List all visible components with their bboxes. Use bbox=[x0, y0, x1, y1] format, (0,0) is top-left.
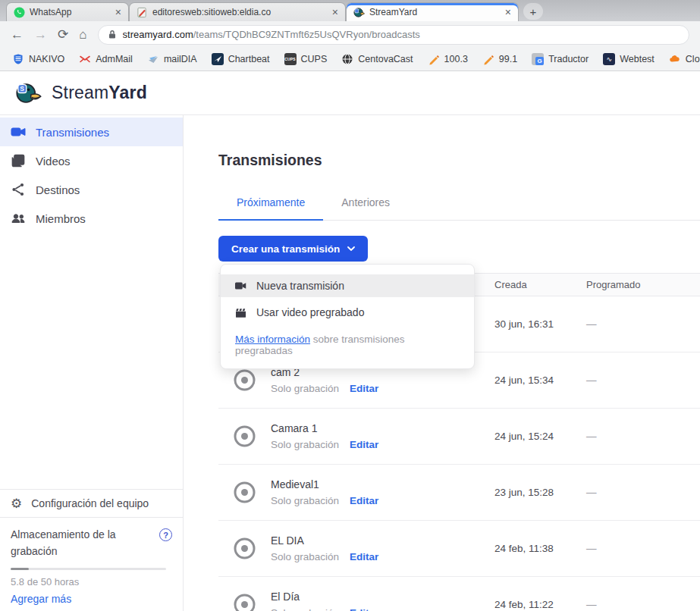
chevron-down-icon bbox=[347, 246, 355, 251]
bookmark-nakivo[interactable]: NAKIVO bbox=[12, 53, 64, 65]
row-scheduled: — bbox=[586, 374, 700, 386]
record-icon bbox=[233, 368, 256, 392]
table-row[interactable]: EL DIA Solo grabaciónEditar 24 feb, 11:3… bbox=[218, 521, 700, 577]
clapperboard-icon bbox=[235, 308, 246, 318]
cloud-icon bbox=[669, 53, 681, 65]
main-content: Transmisiones Próximamente Anteriores Cr… bbox=[184, 115, 700, 611]
add-more-link[interactable]: Agregar más bbox=[11, 593, 172, 605]
row-title: Medieval1 bbox=[271, 478, 378, 490]
edit-link[interactable]: Editar bbox=[350, 495, 378, 506]
menu-item-label: Usar video pregrabado bbox=[256, 306, 364, 318]
row-subtitle: Solo grabación bbox=[271, 495, 339, 506]
bookmark-radio-99-1[interactable]: 99.1 bbox=[482, 53, 517, 65]
row-created: 24 feb, 11:22 bbox=[494, 599, 586, 610]
sidebar-item-miembros[interactable]: Miembros bbox=[0, 204, 183, 233]
sidebar-item-label: Miembros bbox=[36, 212, 86, 225]
browser-tab-editoresweb[interactable]: editoresweb:sitioweb:eldia.co × bbox=[129, 2, 346, 21]
browser-tab-strip: WhatsApp × editoresweb:sitioweb:eldia.co… bbox=[0, 0, 700, 21]
row-scheduled: — bbox=[586, 543, 700, 554]
streamyard-logo-duck-icon: S bbox=[15, 79, 44, 108]
bookmark-cloudflare[interactable]: CloudFlare bbox=[669, 53, 700, 65]
streamyard-duck-icon bbox=[353, 7, 365, 18]
row-title: EL DIA bbox=[271, 534, 378, 547]
column-created: Creada bbox=[494, 279, 586, 290]
editor-icon bbox=[137, 7, 148, 18]
record-icon bbox=[233, 537, 256, 560]
new-tab-button[interactable]: + bbox=[523, 3, 543, 20]
browser-tab-streamyard[interactable]: StreamYard × bbox=[346, 2, 519, 21]
row-subtitle: Solo grabación bbox=[271, 439, 339, 450]
row-scheduled: — bbox=[586, 431, 700, 442]
edit-link[interactable]: Editar bbox=[350, 607, 378, 611]
whatsapp-icon bbox=[14, 7, 25, 18]
bookmark-traductor[interactable]: G Traductor bbox=[532, 53, 589, 65]
shield-icon bbox=[12, 53, 24, 65]
bookmark-label: NAKIVO bbox=[29, 54, 64, 64]
bookmark-radio-100-3[interactable]: 100.3 bbox=[428, 53, 468, 65]
record-icon bbox=[233, 481, 256, 504]
table-row[interactable]: El Día Solo grabaciónEditar 24 feb, 11:2… bbox=[218, 577, 700, 611]
row-created: 30 jun, 16:31 bbox=[494, 318, 586, 330]
bookmark-label: mailDIA bbox=[164, 54, 197, 64]
back-icon[interactable]: ← bbox=[11, 28, 24, 41]
team-settings-button[interactable]: ⚙ Configuración del equipo bbox=[0, 489, 183, 517]
address-bar[interactable]: streamyard.com/teams/TQDhBC9ZNTmft6z5UsQ… bbox=[98, 25, 689, 45]
streamyard-wordmark: StreamYard bbox=[52, 83, 147, 103]
bookmark-label: 99.1 bbox=[499, 54, 517, 64]
bookmark-maildia[interactable]: mailDIA bbox=[147, 53, 197, 65]
table-row[interactable]: Medieval1 Solo grabaciónEditar 23 jun, 1… bbox=[218, 465, 700, 521]
close-icon[interactable]: × bbox=[332, 7, 338, 17]
menu-item-usar-video-pregrabado[interactable]: Usar video pregrabado bbox=[221, 301, 474, 324]
wave-icon: ∿ bbox=[603, 53, 615, 65]
bookmark-admmail[interactable]: AdmMail bbox=[79, 53, 133, 65]
printer-icon: CUPS bbox=[284, 53, 297, 65]
create-broadcast-button[interactable]: Crear una transmisión bbox=[218, 236, 368, 262]
bookmark-centovacast[interactable]: CentovaCast bbox=[341, 53, 413, 65]
record-icon bbox=[233, 593, 256, 611]
bookmark-chartbeat[interactable]: Chartbeat bbox=[212, 53, 270, 65]
svg-text:S: S bbox=[20, 85, 24, 92]
record-icon bbox=[233, 425, 256, 448]
storage-title: Almacenamiento de la grabación bbox=[11, 526, 141, 559]
storage-usage: 5.8 de 50 horas bbox=[11, 576, 172, 588]
mail-icon bbox=[79, 53, 91, 65]
home-icon[interactable]: ⌂ bbox=[79, 28, 86, 41]
close-icon[interactable]: × bbox=[505, 7, 511, 17]
storage-panel: Almacenamiento de la grabación ? 5.8 de … bbox=[0, 517, 183, 611]
column-scheduled: Programado bbox=[586, 279, 700, 290]
sidebar-item-transmisiones[interactable]: Transmisiones bbox=[0, 118, 183, 146]
help-icon[interactable]: ? bbox=[159, 528, 172, 541]
edit-link[interactable]: Editar bbox=[350, 383, 378, 394]
edit-link[interactable]: Editar bbox=[350, 551, 378, 562]
sidebar-item-label: Videos bbox=[36, 155, 71, 168]
sidebar: Transmisiones Videos Destinos Miembros ⚙ bbox=[0, 115, 184, 611]
row-subtitle: Solo grabación bbox=[271, 607, 339, 611]
row-scheduled: — bbox=[586, 487, 700, 498]
menu-item-nueva-transmision[interactable]: Nueva transmisión bbox=[221, 274, 474, 297]
tab-anteriores[interactable]: Anteriores bbox=[323, 196, 408, 220]
browser-tab-whatsapp[interactable]: WhatsApp × bbox=[6, 2, 129, 21]
mail-bird-icon bbox=[147, 53, 159, 65]
sidebar-item-videos[interactable]: Videos bbox=[0, 146, 183, 175]
edit-link[interactable]: Editar bbox=[350, 439, 378, 450]
bookmark-webtest[interactable]: ∿ Webtest bbox=[603, 53, 654, 65]
table-row[interactable]: Camara 1 Solo grabaciónEditar 24 jun, 15… bbox=[218, 409, 700, 465]
bookmark-label: CloudFlare bbox=[686, 54, 700, 64]
forward-icon[interactable]: → bbox=[34, 28, 47, 41]
radio-pencil-icon bbox=[428, 53, 440, 65]
bookmark-cups[interactable]: CUPS CUPS bbox=[284, 53, 328, 65]
row-created: 23 jun, 15:28 bbox=[494, 487, 586, 498]
tab-title: StreamYard bbox=[369, 7, 501, 17]
row-subtitle: Solo grabación bbox=[271, 551, 339, 562]
sidebar-item-destinos[interactable]: Destinos bbox=[0, 175, 183, 204]
row-title: Camara 1 bbox=[271, 422, 378, 434]
bookmarks-bar: NAKIVO AdmMail mailDIA Chartbeat CUPS CU… bbox=[0, 48, 700, 71]
reload-icon[interactable]: ⟳ bbox=[58, 28, 68, 41]
sidebar-nav: Transmisiones Videos Destinos Miembros bbox=[0, 115, 183, 233]
more-info-link[interactable]: Más información bbox=[235, 334, 310, 345]
tab-proximamente[interactable]: Próximamente bbox=[218, 196, 323, 220]
gear-icon: ⚙ bbox=[11, 497, 22, 510]
close-icon[interactable]: × bbox=[115, 7, 121, 17]
row-scheduled: — bbox=[586, 599, 700, 610]
globe-icon bbox=[341, 53, 353, 65]
